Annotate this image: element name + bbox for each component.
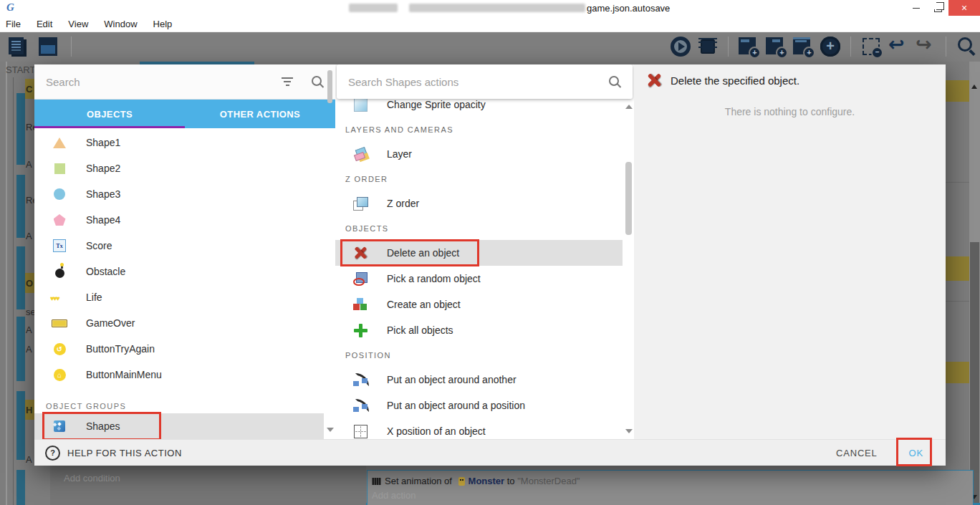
- object-item-obstacle[interactable]: Obstacle: [34, 259, 324, 284]
- maximize-button[interactable]: [927, 0, 948, 16]
- blue-circle-icon: [54, 188, 65, 200]
- action-item-put-an-object-around-another[interactable]: Put an object around another: [335, 367, 623, 393]
- bomb-icon: [55, 269, 64, 278]
- action-item-create-an-object[interactable]: Create an object: [335, 292, 623, 317]
- minimize-button[interactable]: [905, 0, 927, 16]
- close-button[interactable]: ×: [948, 0, 980, 16]
- menu-edit[interactable]: Edit: [29, 19, 60, 29]
- redo-icon[interactable]: [915, 36, 936, 57]
- scrollbar-thumb[interactable]: [625, 162, 632, 235]
- add-action-link: Add action: [372, 490, 415, 501]
- action-object-name: Monster: [469, 476, 505, 486]
- object-item-gameover[interactable]: GameOver: [34, 310, 324, 336]
- object-item-score[interactable]: Score: [34, 233, 324, 259]
- object-item-shape3[interactable]: Shape3: [34, 181, 324, 207]
- add-new-icon[interactable]: [820, 36, 841, 57]
- object-item-shape1[interactable]: Shape1: [34, 130, 324, 155]
- object-item-buttontryagain[interactable]: ButtonTryAgain: [34, 336, 324, 362]
- object-label: Shape3: [86, 188, 120, 200]
- help-icon: [45, 446, 60, 461]
- action-label: Pick a random object: [387, 273, 481, 284]
- debug-icon[interactable]: [697, 36, 719, 57]
- scroll-up-icon[interactable]: [625, 105, 633, 109]
- action-item-z-order[interactable]: Z order: [335, 191, 623, 216]
- action-label: Change Sprite opacity: [387, 99, 486, 110]
- section-header: POSITION: [335, 343, 623, 367]
- action-item-delete-an-object[interactable]: Delete an object: [335, 240, 623, 266]
- toolbar-search-icon[interactable]: [956, 36, 977, 57]
- scroll-down-icon[interactable]: [327, 428, 334, 432]
- object-item-buttonmainmenu[interactable]: ButtonMainMenu: [34, 362, 324, 388]
- object-item-shape2[interactable]: Shape2: [34, 155, 324, 181]
- triangle-icon: [53, 138, 66, 148]
- add-condition-link: Add condition: [64, 473, 120, 484]
- add-comment-icon[interactable]: [792, 36, 814, 57]
- object-label: Life: [86, 292, 102, 303]
- events-sheet-icon[interactable]: [7, 36, 29, 57]
- gdevelop-window: G game.json.autosave × File Edit View Wi…: [0, 0, 980, 505]
- redacted-title-segment: [409, 4, 585, 12]
- delete-event-icon[interactable]: [860, 36, 882, 57]
- object-label: ButtonMainMenu: [86, 369, 162, 380]
- toolbar-separator: [728, 37, 729, 57]
- tab-other-actions[interactable]: OTHER ACTIONS: [185, 100, 335, 128]
- actions-panel: Search Shapes actions Change Sprite opac…: [335, 64, 634, 439]
- scroll-down-icon[interactable]: [625, 429, 633, 433]
- event-row-label: A: [26, 231, 32, 241]
- action-list-scrollbar[interactable]: [624, 99, 633, 435]
- green-square-icon: [54, 163, 65, 174]
- tab-objects[interactable]: OBJECTS: [34, 100, 185, 128]
- event-row-label: A: [26, 159, 32, 170]
- menu-help[interactable]: Help: [145, 19, 181, 29]
- restore-icon: [934, 4, 942, 12]
- banner-icon: [52, 319, 67, 327]
- object-item-life[interactable]: Life: [34, 284, 324, 310]
- undo-icon[interactable]: [888, 36, 909, 57]
- toolbar-separator: [71, 37, 72, 57]
- minimize-icon: [913, 7, 920, 9]
- scene-edit-icon[interactable]: [37, 36, 59, 57]
- object-item-shape4[interactable]: Shape4: [34, 207, 324, 233]
- pick-random-icon: [353, 271, 368, 286]
- actions-search-placeholder: Search Shapes actions: [348, 76, 609, 88]
- action-item-pick-all-objects[interactable]: Pick all objects: [335, 317, 623, 343]
- object-label: Shapes: [86, 420, 120, 432]
- action-item-pick-a-random-object[interactable]: Pick a random object: [335, 266, 623, 292]
- add-event-icon[interactable]: [738, 36, 759, 57]
- menu-window[interactable]: Window: [96, 19, 145, 29]
- x-position-icon: [354, 425, 368, 438]
- preview-icon[interactable]: [670, 36, 691, 57]
- cancel-button[interactable]: CANCEL: [836, 448, 878, 458]
- scrollbar-thumb[interactable]: [327, 70, 332, 103]
- filter-icon[interactable]: [282, 77, 293, 87]
- instruction-editor-dialog: Search OBJECTS OTHER ACTIONS Shape1Shape…: [34, 64, 946, 466]
- event-row-label: H: [26, 405, 32, 415]
- toolbar-right: [670, 32, 977, 62]
- event-bar: [16, 391, 25, 460]
- actions-search-input[interactable]: Search Shapes actions: [337, 64, 633, 99]
- event-row-label: C: [26, 84, 32, 95]
- object-label: Shape4: [86, 214, 120, 226]
- object-label: Shape1: [86, 137, 120, 148]
- redacted-title-segment: [349, 4, 398, 12]
- text-object-icon: [53, 239, 66, 252]
- ok-button[interactable]: OK: [909, 448, 923, 458]
- action-item-put-an-object-around-a-position[interactable]: Put an object around a position: [335, 393, 623, 418]
- action-text-prefix: Set animation of: [385, 476, 455, 486]
- menu-view[interactable]: View: [60, 19, 96, 29]
- object-groups-header: OBJECT GROUPS: [34, 390, 335, 413]
- object-search-input[interactable]: Search: [34, 64, 335, 100]
- action-item-layer[interactable]: Layer: [335, 141, 623, 167]
- action-item-x-position-of-an-object[interactable]: X position of an object: [335, 418, 623, 439]
- add-subevent-icon[interactable]: [765, 36, 787, 57]
- object-item-shapes[interactable]: Shapes: [34, 413, 324, 439]
- scroll-up-icon[interactable]: [971, 85, 977, 89]
- help-for-this-action-button[interactable]: HELP FOR THIS ACTION: [45, 446, 182, 461]
- object-list-scrollbar[interactable]: [327, 69, 333, 436]
- action-value: "MonsterDead": [517, 476, 580, 486]
- menu-file[interactable]: File: [0, 19, 29, 29]
- action-label: Pick all objects: [387, 324, 453, 336]
- opacity-icon: [354, 98, 368, 112]
- search-icon: [609, 76, 621, 88]
- events-scrollbar-thumb[interactable]: [970, 242, 979, 505]
